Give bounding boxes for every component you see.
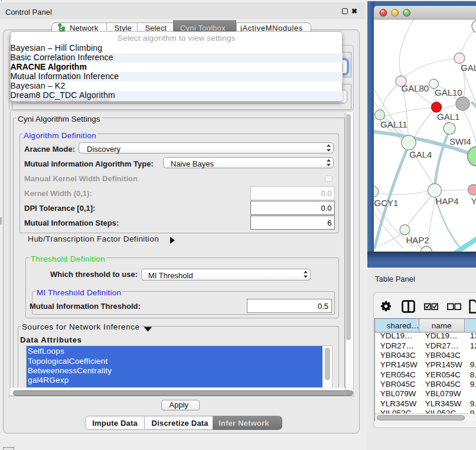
svg-text:GAL11: GAL11 bbox=[380, 119, 407, 129]
svg-text:GAL10: GAL10 bbox=[435, 87, 462, 97]
svg-text:GAL1: GAL1 bbox=[437, 111, 459, 121]
svg-text:SWI4: SWI4 bbox=[449, 136, 471, 146]
svg-text:GAL4: GAL4 bbox=[409, 149, 432, 159]
svg-text:HAP4: HAP4 bbox=[436, 195, 459, 206]
svg-text:Y: Y bbox=[471, 195, 476, 206]
svg-text:HAP2: HAP2 bbox=[406, 234, 429, 244]
svg-text:GAL7: GAL7 bbox=[461, 62, 476, 72]
svg-text:GAL80: GAL80 bbox=[402, 83, 429, 93]
svg-text:GCY1: GCY1 bbox=[374, 197, 399, 207]
